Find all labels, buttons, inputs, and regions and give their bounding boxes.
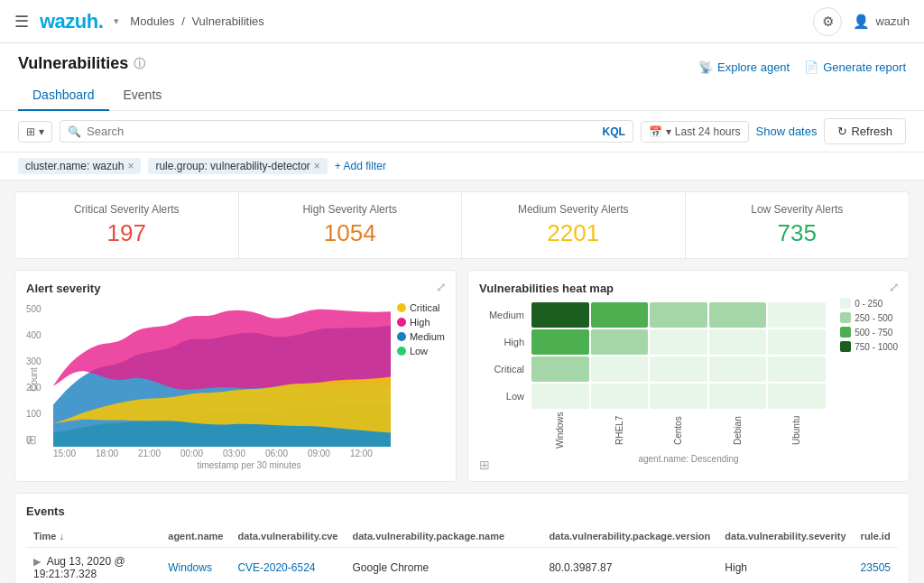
events-table: Time ↓ agent.name data.vulnerability.cve… <box>26 525 898 583</box>
table-row: ▶ Aug 13, 2020 @ 19:21:37.328 Windows CV… <box>26 548 898 584</box>
stat-low-label: Low Severity Alerts <box>704 203 892 216</box>
charts-row: Alert severity ⤢ 500 400 300 200 100 0 C… <box>14 270 910 482</box>
col-label-windows: Windows <box>531 412 589 449</box>
filter-rule-group[interactable]: rule.group: vulnerability-detector × <box>148 158 327 174</box>
rule-id-link[interactable]: 23505 <box>861 561 891 574</box>
heatmap-row-high: High <box>479 329 826 355</box>
legend-0-250: 0 - 250 <box>840 298 898 309</box>
legend-low: Low <box>397 346 445 356</box>
stat-medium-value: 2201 <box>480 219 667 247</box>
kql-badge[interactable]: KQL <box>602 125 624 138</box>
stat-low: Low Severity Alerts 735 <box>686 192 910 258</box>
col-label-centos: Centos <box>650 412 707 449</box>
heatmap-cell <box>709 302 767 328</box>
explore-agent-button[interactable]: 📡 Explore agent <box>698 60 790 74</box>
legend-500-750: 500 - 750 <box>840 327 898 338</box>
heatmap-cell <box>591 384 649 409</box>
heatmap-cell <box>650 356 707 382</box>
heatmap-cell <box>531 329 589 355</box>
logo: wazuh. <box>40 10 103 33</box>
settings-icon[interactable]: ⚙ <box>813 7 842 36</box>
heatmap-cell <box>709 356 767 382</box>
heatmap-row-critical: Critical <box>479 356 826 382</box>
heatmap-legend: 0 - 250 250 - 500 500 - 750 750 - 1000 <box>840 298 898 352</box>
filter-type-dropdown[interactable]: ⊞ ▾ <box>18 121 52 143</box>
col-label-rhel7: RHEL7 <box>591 412 649 449</box>
area-chart-svg <box>53 302 391 447</box>
table-header: Time ↓ agent.name data.vulnerability.cve… <box>26 525 898 548</box>
heatmap-cell <box>531 384 589 409</box>
generate-report-button[interactable]: 📄 Generate report <box>804 60 906 74</box>
stat-critical: Critical Severity Alerts 197 <box>15 192 239 258</box>
expand-icon[interactable]: ▶ <box>33 556 41 567</box>
nav-dropdown-arrow[interactable]: ▾ <box>114 15 119 27</box>
main-content: Critical Severity Alerts 197 High Severi… <box>0 180 924 583</box>
col-package-name: data.vulnerability.package.name <box>346 525 542 548</box>
row-label-medium: Medium <box>479 302 530 328</box>
remove-filter-icon[interactable]: × <box>127 160 134 172</box>
time-range-selector[interactable]: 📅 ▾ Last 24 hours <box>641 121 749 143</box>
col-time[interactable]: Time ↓ <box>26 525 161 548</box>
legend-critical: Critical <box>397 302 445 313</box>
chart-area: 500 400 300 200 100 0 Count <box>26 302 445 447</box>
heatmap-cell <box>650 384 707 409</box>
page-title: Vulnerabilities ⓘ <box>18 54 145 73</box>
cell-package-name: Google Chrome <box>346 548 542 584</box>
generate-report-icon: 📄 <box>804 60 818 74</box>
row-label-high: High <box>479 329 530 355</box>
row-label-critical: Critical <box>479 356 530 382</box>
col-cve: data.vulnerability.cve <box>230 525 345 548</box>
dropdown-arrow: ▾ <box>666 125 671 138</box>
events-card: Events Time ↓ agent.name data.vulnerabil… <box>14 493 910 583</box>
y-axis-label: Count <box>29 367 39 392</box>
stat-critical-value: 197 <box>33 219 220 247</box>
heatmap-cell <box>531 302 589 328</box>
heatmap-cell <box>531 356 589 382</box>
add-filter-button[interactable]: + Add filter <box>335 160 386 172</box>
filter-cluster-name[interactable]: cluster.name: wazuh × <box>18 158 141 174</box>
hamburger-menu[interactable]: ☰ <box>14 12 29 32</box>
user-menu[interactable]: 👤 wazuh <box>853 14 910 30</box>
heatmap-col-labels: Windows RHEL7 Centos Debian Ubuntu <box>479 412 826 449</box>
heatmap-cell <box>768 302 826 328</box>
heatmap-table-toggle[interactable]: ⊞ <box>479 458 490 472</box>
heatmap-grid-container: Medium High Crit <box>479 302 826 449</box>
stat-high-value: 1054 <box>257 219 444 247</box>
chart-table-toggle[interactable]: ⊞ <box>26 432 37 447</box>
stat-medium: Medium Severity Alerts 2201 <box>462 192 686 258</box>
refresh-icon: ↻ <box>837 125 847 138</box>
remove-filter-icon[interactable]: × <box>314 160 320 172</box>
tab-dashboard[interactable]: Dashboard <box>18 80 109 111</box>
heatmap-cell <box>650 302 707 328</box>
stat-critical-label: Critical Severity Alerts <box>33 203 220 216</box>
user-icon: 👤 <box>853 14 870 30</box>
heatmap-row-low: Low <box>479 384 826 409</box>
heatmap-cell <box>768 329 826 355</box>
col-label-debian: Debian <box>709 412 767 449</box>
legend-750-1000: 750 - 1000 <box>840 341 898 352</box>
heatmap-expand-icon[interactable]: ⤢ <box>889 280 900 294</box>
cell-time: ▶ Aug 13, 2020 @ 19:21:37.328 <box>26 548 161 584</box>
col-agent-name: agent.name <box>161 525 230 548</box>
agent-name-link[interactable]: Windows <box>168 561 212 574</box>
show-dates-link[interactable]: Show dates <box>756 125 818 138</box>
heatmap-footnote: agent.name: Descending <box>479 454 898 464</box>
cve-link[interactable]: CVE-2020-6524 <box>237 561 315 574</box>
heatmap-title: Vulnerabilities heat map <box>479 282 898 295</box>
stat-high: High Severity Alerts 1054 <box>239 192 463 258</box>
search-input[interactable] <box>87 125 596 138</box>
x-axis-label: timestamp per 30 minutes <box>53 460 445 470</box>
cell-agent-name: Windows <box>161 548 230 584</box>
tab-events[interactable]: Events <box>109 80 177 111</box>
col-package-version: data.vulnerability.package.version <box>541 525 717 548</box>
info-icon[interactable]: ⓘ <box>134 56 145 72</box>
heatmap-row-medium: Medium <box>479 302 826 328</box>
refresh-button[interactable]: ↻ Refresh <box>824 118 906 144</box>
chart-expand-icon[interactable]: ⤢ <box>436 280 447 294</box>
filter-icon: ⊞ <box>26 125 35 138</box>
col-rule-id: rule.id <box>854 525 898 548</box>
heatmap-cell <box>768 384 826 409</box>
heatmap-cell <box>591 329 649 355</box>
events-title: Events <box>26 504 898 518</box>
alert-severity-chart: Alert severity ⤢ 500 400 300 200 100 0 C… <box>14 270 457 482</box>
